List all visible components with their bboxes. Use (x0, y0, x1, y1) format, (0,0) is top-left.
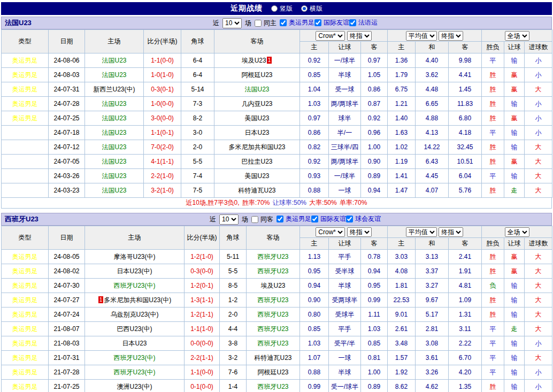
league-checkbox[interactable] (276, 216, 283, 222)
league-filter[interactable]: 奥运男足 (280, 18, 314, 27)
team-name-link[interactable]: 乌兹别克U23(中) (110, 311, 158, 318)
team-name-link[interactable]: 巴拉圭U23 (241, 158, 272, 165)
bookmaker-select[interactable]: Crow* (316, 31, 345, 41)
team-name-link[interactable]: 法国U23 (102, 172, 126, 180)
layout-option-horizontal[interactable]: 横版 (301, 4, 322, 13)
team-name-link[interactable]: 法国U23 (102, 158, 126, 165)
avg-select[interactable]: 平均值 (406, 31, 437, 41)
league-checkbox[interactable] (346, 216, 353, 222)
score-cell[interactable]: 1-2(0-1) (185, 279, 220, 293)
score-cell[interactable]: 1-0(0-0) (144, 97, 181, 111)
league-filter[interactable]: 国际友谊 (311, 214, 346, 224)
team-name-link[interactable]: 西班牙U23(中) (113, 368, 155, 376)
result-winloss: 平 (482, 53, 504, 68)
team-name-link[interactable]: 法国U23 (102, 100, 126, 107)
team-name-link[interactable]: 摩洛哥U23(中) (113, 253, 155, 260)
team-name-link[interactable]: 科特迪瓦U23 (254, 354, 291, 362)
team-name-link[interactable]: 西班牙U23 (257, 383, 288, 390)
score-cell[interactable]: 4-1(1-1) (144, 155, 181, 169)
league-label: 国际友谊 (320, 214, 346, 224)
same-venue-checkbox[interactable] (255, 20, 262, 27)
score-cell[interactable]: 3-2(1-0) (144, 183, 181, 198)
team-name-link[interactable]: 阿根廷U23 (257, 368, 288, 376)
team-name-link[interactable]: 西班牙U23 (257, 253, 288, 260)
team-name-link[interactable]: 埃及U23 (242, 57, 266, 64)
team-name-link[interactable]: 科特迪瓦U23 (238, 187, 275, 194)
col-score: 比分(半场) (144, 30, 181, 53)
team-name-link[interactable]: 西班牙U23 (257, 311, 288, 318)
asian-stage-select[interactable]: 终指 (347, 31, 372, 41)
match-count-select[interactable]: 10 (219, 214, 239, 225)
team-name-link[interactable]: 西班牙U23 (257, 340, 288, 347)
avg-select[interactable]: 平均值 (406, 227, 437, 237)
team-name-link[interactable]: 法国U23 (244, 86, 269, 93)
team-name-link[interactable]: 西班牙U23(中) (113, 354, 155, 362)
team-name-link[interactable]: 美国U23 (244, 172, 269, 180)
score-cell[interactable]: 1-0(1-0) (144, 68, 181, 82)
score-cell[interactable]: 7-0(2-0) (144, 140, 181, 155)
league-filter[interactable]: 法语运 (349, 18, 378, 27)
team-name-link[interactable]: 多米尼加共和国U23(中) (104, 296, 171, 304)
team-name-link[interactable]: 西班牙U23 (257, 267, 288, 275)
result-goals: 小 (525, 365, 552, 380)
score-cell[interactable]: 1-1(0-1) (144, 126, 181, 140)
team-name-link[interactable]: 日本U23 (122, 340, 147, 347)
league-filter[interactable]: 奥运男足 (276, 214, 311, 224)
asian-stage-select[interactable]: 终指 (347, 227, 372, 237)
col-avg-home: 主 (388, 42, 416, 53)
score-cell[interactable]: 2-2(1-1) (185, 351, 220, 365)
team-name-link[interactable]: 法国U23 (102, 114, 126, 122)
team-name-link[interactable]: 法国U23 (102, 71, 126, 79)
team-name-link[interactable]: 新西兰U23(中) (93, 86, 135, 93)
league-filter[interactable]: 球会友谊 (346, 214, 381, 224)
team-name-link[interactable]: 多米尼加共和国U23 (228, 143, 285, 151)
same-venue-filter[interactable]: 同客 (251, 215, 273, 224)
league-checkbox[interactable] (349, 19, 356, 26)
score-cell[interactable]: 0-1(0-0) (185, 380, 220, 392)
score-cell[interactable]: 3-0(0-0) (144, 111, 181, 126)
score-cell[interactable]: 1-1(0-0) (144, 53, 181, 68)
team-name-link[interactable]: 阿根廷U23 (241, 71, 272, 79)
team-name-link[interactable]: 西班牙U23 (257, 296, 288, 304)
score-cell[interactable]: 1-2(1-1) (185, 308, 220, 322)
euro-stage-select[interactable]: 终指 (439, 31, 463, 41)
team-name-link[interactable]: 几内亚U23 (241, 100, 272, 107)
match-count-select[interactable]: 10 (222, 18, 242, 28)
team-name-link[interactable]: 澳洲U23(中) (117, 383, 152, 390)
team-name-link[interactable]: 巴西U23(中) (117, 325, 152, 333)
team-name-link[interactable]: 西班牙U23(中) (113, 282, 155, 289)
same-venue-filter[interactable]: 同主 (255, 19, 276, 28)
scope-select[interactable]: 全场 (505, 227, 529, 237)
team-name-link[interactable]: 法国U23 (102, 57, 126, 64)
page-title: 近期战绩 (231, 4, 263, 13)
team-name-link[interactable]: 美国U23 (244, 114, 269, 122)
euro-stage-select[interactable]: 终指 (439, 227, 463, 237)
score-cell[interactable]: 0-3(0-0) (185, 264, 220, 279)
same-venue-checkbox[interactable] (251, 216, 258, 223)
score-cell[interactable]: 1-2(1-0) (185, 250, 220, 264)
team-name-link[interactable]: 法国U23 (102, 187, 126, 194)
league-checkbox[interactable] (280, 19, 287, 26)
league-checkbox[interactable] (311, 216, 318, 222)
scope-select[interactable]: 全场 (505, 31, 529, 41)
league-filter[interactable]: 国际友谊 (314, 18, 349, 27)
radio-vertical-icon[interactable] (271, 5, 278, 12)
avg-draw-odds: 9.67 (416, 293, 449, 308)
score-cell[interactable]: 2-2(1-0) (144, 169, 181, 183)
team-name-link[interactable]: 法国U23 (102, 143, 126, 151)
team-name-link[interactable]: 西班牙U23 (257, 325, 288, 333)
team-name-link[interactable]: 日本U23 (244, 129, 269, 136)
score-cell[interactable]: 0-0(0-0) (185, 336, 220, 351)
score-cell[interactable]: 0-3(0-1) (144, 82, 181, 97)
score-cell[interactable]: 1-3(1-1) (185, 293, 220, 308)
asian-away-odds: 1.00 (361, 365, 388, 380)
team-name-link[interactable]: 埃及U23 (260, 282, 285, 289)
score-cell[interactable]: 1-1(1-0) (185, 322, 220, 336)
radio-horizontal-icon[interactable] (301, 5, 308, 12)
team-name-link[interactable]: 法国U23 (102, 129, 126, 136)
team-name-link[interactable]: 日本U23(中) (117, 267, 152, 275)
league-checkbox[interactable] (314, 19, 321, 26)
bookmaker-select[interactable]: Crow* (316, 227, 345, 237)
layout-option-vertical[interactable]: 竖版 (271, 4, 293, 13)
score-cell[interactable]: 1-1(0-0) (185, 365, 220, 380)
